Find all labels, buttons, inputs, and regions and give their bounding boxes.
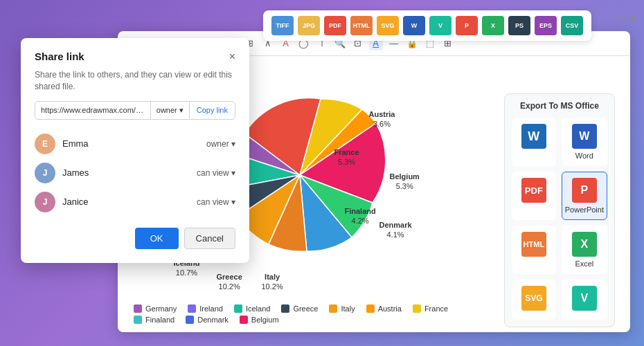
user-name-james: James [62, 167, 197, 178]
close-icon[interactable]: × [229, 51, 235, 62]
avatar-james: J [35, 163, 55, 183]
modal-description: Share the link to others, and they can v… [35, 69, 235, 93]
user-row-james: J James can view ▾ [35, 158, 235, 188]
link-row: https://www.edrawmax.com/online/fil owne… [35, 101, 235, 120]
link-url: https://www.edrawmax.com/online/fil [35, 102, 150, 118]
user-role-emma[interactable]: owner ▾ [206, 139, 235, 149]
share-link-modal: Share link × Share the link to others, a… [21, 38, 249, 263]
modal-header: Share link × [35, 51, 235, 62]
avatar-janice: J [35, 192, 55, 212]
user-name-emma: Emma [62, 138, 206, 149]
avatar-emma: E [35, 134, 55, 154]
user-role-james[interactable]: can view ▾ [197, 168, 235, 178]
user-role-janice[interactable]: can view ▾ [197, 197, 235, 207]
copy-link-button[interactable]: Copy link [189, 102, 235, 118]
link-role-dropdown[interactable]: owner ▾ [150, 102, 189, 119]
cancel-button[interactable]: Cancel [184, 228, 235, 249]
user-row-emma: E Emma owner ▾ [35, 129, 235, 158]
ok-button[interactable]: OK [135, 228, 179, 249]
user-list: E Emma owner ▾ J James can view ▾ J Jani… [35, 129, 235, 217]
modal-overlay: Share link × Share the link to others, a… [0, 0, 644, 346]
user-row-janice: J Janice can view ▾ [35, 188, 235, 217]
modal-actions: OK Cancel [35, 228, 235, 249]
user-name-janice: Janice [62, 197, 197, 207]
modal-title: Share link [35, 51, 84, 62]
